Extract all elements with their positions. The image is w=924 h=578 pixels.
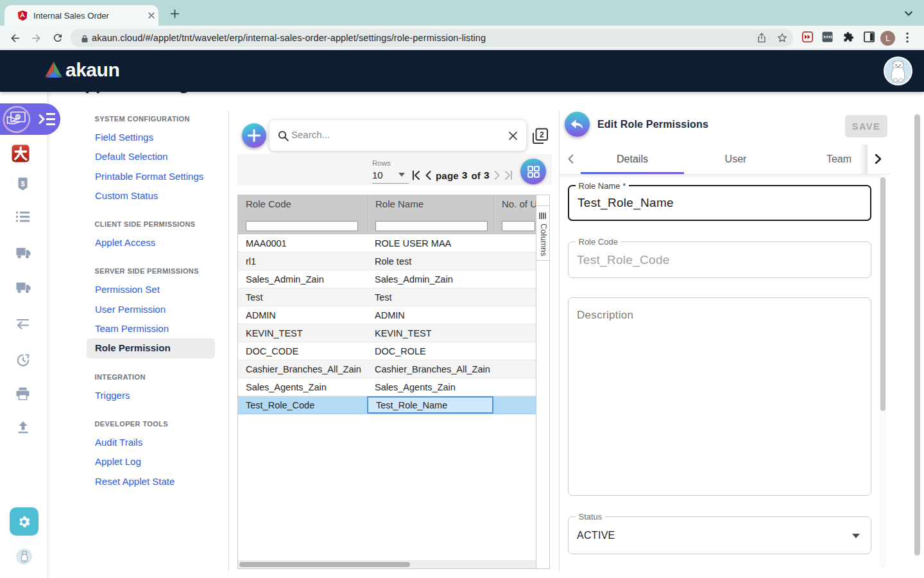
omnibox[interactable]: akaun.cloud/#/applet/tnt/wavelet/erp/int… bbox=[71, 29, 793, 47]
role-name-field[interactable]: Role Name * Test_Role_Name bbox=[568, 185, 871, 221]
next-page-button[interactable] bbox=[494, 170, 501, 180]
cell-no-of-users[interactable] bbox=[493, 270, 536, 288]
cell-no-of-users[interactable] bbox=[493, 252, 536, 270]
extension-password-icon[interactable] bbox=[822, 31, 833, 45]
cell-role-code[interactable]: ADMIN bbox=[238, 306, 367, 324]
filter-role-code-input[interactable] bbox=[246, 221, 358, 231]
browser-back-icon[interactable] bbox=[9, 32, 21, 44]
edit-panel-scrollbar-thumb[interactable] bbox=[880, 177, 886, 411]
list-icon[interactable] bbox=[16, 211, 30, 223]
cell-no-of-users[interactable] bbox=[493, 342, 536, 360]
tabs-scroll-right-icon[interactable] bbox=[874, 153, 882, 167]
penguin-icon[interactable] bbox=[16, 548, 32, 565]
nav-item-applet-access[interactable]: Applet Access bbox=[87, 233, 215, 252]
search-clear-icon[interactable] bbox=[508, 131, 518, 141]
cell-no-of-users[interactable] bbox=[493, 378, 536, 396]
nav-item-permission-set[interactable]: Permission Set bbox=[87, 280, 215, 299]
return-arrow-icon[interactable] bbox=[16, 319, 30, 329]
cash-sale-applet-icon[interactable]: $ bbox=[2, 105, 31, 137]
role-code-field[interactable]: Role Code Test_Role_Code bbox=[568, 241, 871, 278]
price-tag-icon[interactable]: $ bbox=[18, 177, 28, 191]
history-clock-icon[interactable] bbox=[16, 353, 30, 367]
cell-role-name[interactable]: Cashier_Branches_All_Zain bbox=[367, 360, 493, 378]
nav-item-custom-status[interactable]: Custom Status bbox=[87, 186, 215, 206]
browser-profile-avatar[interactable]: L bbox=[880, 31, 895, 46]
delivery-truck-icon[interactable] bbox=[16, 247, 31, 259]
edit-panel-scrollbar[interactable] bbox=[880, 175, 886, 567]
search-input[interactable] bbox=[291, 129, 503, 140]
akaun-logo[interactable]: akaun bbox=[44, 61, 119, 79]
column-header-no-of-users[interactable]: No. of Us bbox=[493, 195, 536, 213]
browser-forward-icon[interactable] bbox=[30, 32, 42, 44]
browser-reload-icon[interactable] bbox=[52, 32, 64, 44]
cell-role-name[interactable]: Test bbox=[367, 288, 493, 306]
table-row[interactable]: KEVIN_TESTKEVIN_TEST bbox=[238, 324, 536, 342]
table-row[interactable]: Test_Role_CodeTest_Role_Name bbox=[238, 396, 536, 414]
share-icon[interactable] bbox=[756, 32, 767, 46]
side-panel-icon[interactable] bbox=[864, 31, 875, 45]
duplicate-list-icon[interactable]: 2 bbox=[531, 127, 550, 146]
extensions-puzzle-icon[interactable] bbox=[843, 31, 854, 45]
cell-no-of-users[interactable] bbox=[493, 306, 536, 324]
nav-item-default-selection[interactable]: Default Selection bbox=[87, 147, 215, 166]
nav-item-printable-format-settings[interactable]: Printable Format Settings bbox=[87, 167, 215, 186]
filter-role-name-input[interactable] bbox=[375, 221, 488, 231]
cell-no-of-users[interactable] bbox=[493, 396, 536, 414]
cell-role-code[interactable]: MAA0001 bbox=[238, 234, 367, 252]
cell-role-code[interactable]: Sales_Admin_Zain bbox=[238, 270, 367, 288]
table-row[interactable]: Sales_Admin_ZainSales_Admin_Zain bbox=[238, 270, 536, 288]
nav-item-team-permission[interactable]: Team Permission bbox=[87, 319, 215, 338]
cell-role-code[interactable]: Cashier_Branches_All_Zain bbox=[238, 360, 367, 378]
last-page-button[interactable] bbox=[504, 170, 513, 180]
cell-role-code[interactable]: rl1 bbox=[238, 252, 367, 270]
cell-role-name[interactable]: ROLE USER MAA bbox=[367, 234, 493, 252]
cell-role-name[interactable]: Test_Role_Name bbox=[367, 396, 493, 414]
column-header-role-code[interactable]: Role Code bbox=[238, 195, 367, 213]
tab-close-icon[interactable] bbox=[147, 11, 156, 20]
page-scrollbar-thumb[interactable] bbox=[914, 114, 920, 556]
tab-search-chevron-icon[interactable] bbox=[903, 9, 914, 18]
user-avatar[interactable] bbox=[884, 57, 912, 85]
tab-team[interactable]: Team bbox=[787, 144, 868, 174]
table-row[interactable]: rl1Role test bbox=[238, 252, 536, 270]
settings-gear-button[interactable] bbox=[10, 507, 38, 536]
add-role-button[interactable] bbox=[242, 123, 266, 148]
column-header-role-name[interactable]: Role Name bbox=[367, 195, 493, 213]
nav-item-applet-log[interactable]: Applet Log bbox=[87, 452, 215, 471]
cell-role-code[interactable]: Sales_Agents_Zain bbox=[238, 378, 367, 396]
description-field[interactable]: Description bbox=[568, 297, 871, 496]
cell-no-of-users[interactable] bbox=[493, 360, 536, 378]
cell-role-name[interactable]: Sales_Admin_Zain bbox=[367, 270, 493, 288]
dai-app-icon[interactable] bbox=[12, 144, 30, 162]
printer-icon[interactable] bbox=[16, 387, 30, 400]
cell-role-name[interactable]: KEVIN_TEST bbox=[367, 324, 493, 342]
nav-item-field-settings[interactable]: Field Settings bbox=[87, 128, 215, 147]
table-row[interactable]: DOC_CODEDOC_ROLE bbox=[238, 342, 536, 360]
new-tab-button[interactable] bbox=[169, 8, 181, 20]
nav-item-audit-trails[interactable]: Audit Trails bbox=[87, 433, 215, 452]
cell-role-name[interactable]: DOC_ROLE bbox=[367, 342, 493, 360]
tab-user[interactable]: User bbox=[684, 144, 787, 174]
first-page-button[interactable] bbox=[412, 170, 420, 180]
cell-role-code[interactable]: Test_Role_Code bbox=[238, 396, 367, 414]
rows-per-page-select[interactable]: 10 bbox=[372, 170, 383, 180]
previous-page-button[interactable] bbox=[425, 170, 431, 180]
cell-role-code[interactable]: DOC_CODE bbox=[238, 342, 367, 360]
cell-role-name[interactable]: ADMIN bbox=[367, 306, 493, 324]
cell-role-code[interactable]: KEVIN_TEST bbox=[238, 324, 367, 342]
delivery-truck-icon[interactable] bbox=[16, 282, 31, 293]
table-row[interactable]: ADMINADMIN bbox=[238, 306, 536, 324]
nav-item-user-permission[interactable]: User Permission bbox=[87, 300, 215, 319]
nav-item-reset-applet-state[interactable]: Reset Applet State bbox=[87, 472, 215, 491]
columns-tab[interactable]: Columns bbox=[536, 206, 549, 261]
cell-no-of-users[interactable] bbox=[493, 234, 536, 252]
browser-menu-kebab-icon[interactable] bbox=[906, 32, 909, 46]
cell-role-code[interactable]: Test bbox=[238, 288, 367, 306]
upload-icon[interactable] bbox=[17, 421, 30, 434]
bookmark-star-icon[interactable] bbox=[776, 32, 788, 46]
back-button[interactable] bbox=[565, 112, 590, 137]
tabs-scroll-left-icon[interactable] bbox=[567, 154, 574, 166]
cell-no-of-users[interactable] bbox=[493, 324, 536, 342]
save-button[interactable]: SAVE bbox=[845, 115, 887, 137]
table-row[interactable]: MAA0001ROLE USER MAA bbox=[238, 234, 536, 252]
